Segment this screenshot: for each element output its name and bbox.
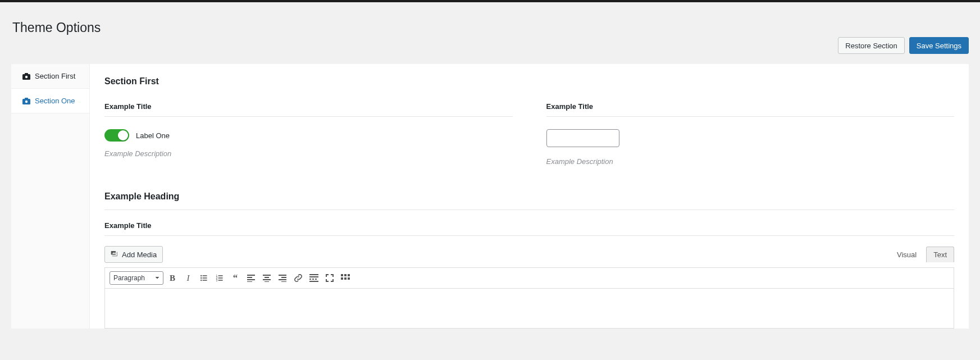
editor-toolbar-row: Add Media Visual Text: [104, 246, 954, 263]
camera-icon: [22, 98, 30, 104]
blockquote-icon[interactable]: “: [229, 271, 242, 285]
svg-rect-22: [263, 275, 271, 276]
example-heading: Example Heading: [104, 192, 954, 210]
svg-rect-39: [341, 277, 343, 280]
ordered-list-icon[interactable]: 123: [213, 271, 226, 285]
svg-rect-25: [265, 281, 269, 282]
sidebar-item-label: Section One: [35, 97, 75, 105]
field-text-title: Example Title: [546, 102, 955, 117]
svg-rect-17: [218, 280, 223, 281]
svg-point-5: [25, 100, 28, 102]
svg-rect-34: [315, 279, 317, 280]
page-container: Theme Options Restore Section Save Setti…: [0, 2, 980, 329]
align-right-icon[interactable]: [276, 271, 289, 285]
add-media-label: Add Media: [122, 250, 157, 259]
page-header: Theme Options Restore Section Save Setti…: [11, 2, 969, 64]
svg-rect-4: [25, 98, 28, 99]
svg-rect-1: [25, 73, 28, 75]
link-icon[interactable]: [291, 271, 305, 285]
svg-rect-7: [203, 275, 207, 276]
page-title: Theme Options: [11, 20, 101, 35]
format-select[interactable]: Paragraph: [110, 271, 163, 285]
sidebar-item-label: Section First: [35, 72, 75, 80]
svg-rect-29: [281, 281, 286, 282]
svg-rect-32: [309, 279, 311, 280]
svg-rect-11: [203, 280, 207, 281]
sidebar: Section First Section One: [11, 64, 90, 329]
svg-rect-33: [312, 279, 314, 280]
text-input[interactable]: [546, 129, 619, 147]
unordered-list-icon[interactable]: [197, 271, 211, 285]
svg-rect-40: [344, 277, 347, 280]
options-panel: Section First Section One Section First …: [11, 64, 969, 329]
toggle-label: Label One: [136, 131, 170, 140]
editor-textarea[interactable]: [105, 289, 954, 328]
svg-point-6: [200, 275, 202, 276]
field-toggle-description: Example Description: [104, 149, 513, 158]
bold-icon[interactable]: B: [166, 271, 179, 285]
editor-title: Example Title: [104, 221, 954, 236]
toggle-row: Label One: [104, 129, 513, 142]
sidebar-item-section-first[interactable]: Section First: [11, 64, 89, 89]
fields-row: Example Title Label One Example Descript…: [104, 102, 954, 166]
svg-rect-13: [218, 275, 223, 276]
fullscreen-icon[interactable]: [323, 271, 336, 285]
svg-rect-26: [279, 275, 286, 276]
svg-rect-24: [263, 279, 271, 280]
svg-rect-41: [348, 277, 350, 280]
svg-rect-28: [279, 279, 286, 280]
svg-rect-9: [203, 277, 207, 279]
section-title: Section First: [104, 76, 954, 86]
align-left-icon[interactable]: [244, 271, 258, 285]
svg-rect-30: [309, 274, 318, 275]
svg-rect-19: [247, 277, 252, 278]
heading-block: Example Heading: [104, 192, 954, 210]
media-icon: [111, 250, 118, 259]
field-text-description: Example Description: [546, 157, 955, 166]
svg-rect-38: [348, 274, 350, 276]
sidebar-item-section-one[interactable]: Section One: [11, 89, 89, 113]
tab-text[interactable]: Text: [926, 247, 954, 262]
svg-point-2: [25, 75, 28, 78]
field-toggle: Example Title Label One Example Descript…: [104, 102, 513, 166]
svg-rect-23: [265, 277, 269, 278]
save-settings-button[interactable]: Save Settings: [909, 37, 969, 54]
tab-visual[interactable]: Visual: [890, 247, 924, 262]
restore-section-button[interactable]: Restore Section: [838, 37, 905, 54]
svg-rect-37: [344, 274, 347, 276]
svg-rect-21: [247, 281, 252, 282]
svg-point-8: [200, 277, 202, 279]
svg-rect-31: [309, 276, 318, 277]
editor-block: Example Title Add Media Visual Text: [104, 221, 954, 329]
content-area: Section First Example Title Label One Ex…: [90, 64, 969, 329]
field-toggle-title: Example Title: [104, 102, 513, 117]
svg-rect-27: [281, 277, 286, 278]
header-actions: Restore Section Save Settings: [838, 37, 969, 54]
svg-rect-18: [247, 275, 255, 276]
toggle-switch[interactable]: [104, 129, 129, 142]
svg-rect-35: [309, 281, 318, 282]
field-text: Example Title Example Description: [546, 102, 955, 166]
align-center-icon[interactable]: [260, 271, 274, 285]
toolbar-toggle-icon[interactable]: [339, 271, 352, 285]
read-more-icon[interactable]: [307, 271, 321, 285]
italic-icon[interactable]: I: [181, 271, 195, 285]
editor-tabs: Visual Text: [890, 247, 954, 262]
svg-rect-36: [341, 274, 343, 276]
add-media-button[interactable]: Add Media: [104, 246, 163, 263]
svg-rect-15: [218, 277, 223, 279]
svg-rect-20: [247, 279, 255, 280]
camera-icon: [22, 73, 30, 80]
svg-text:3: 3: [216, 279, 218, 282]
svg-point-10: [200, 280, 202, 281]
editor-wrap: Paragraph B I 123 “: [104, 267, 954, 329]
editor-controls: Paragraph B I 123 “: [105, 268, 954, 289]
